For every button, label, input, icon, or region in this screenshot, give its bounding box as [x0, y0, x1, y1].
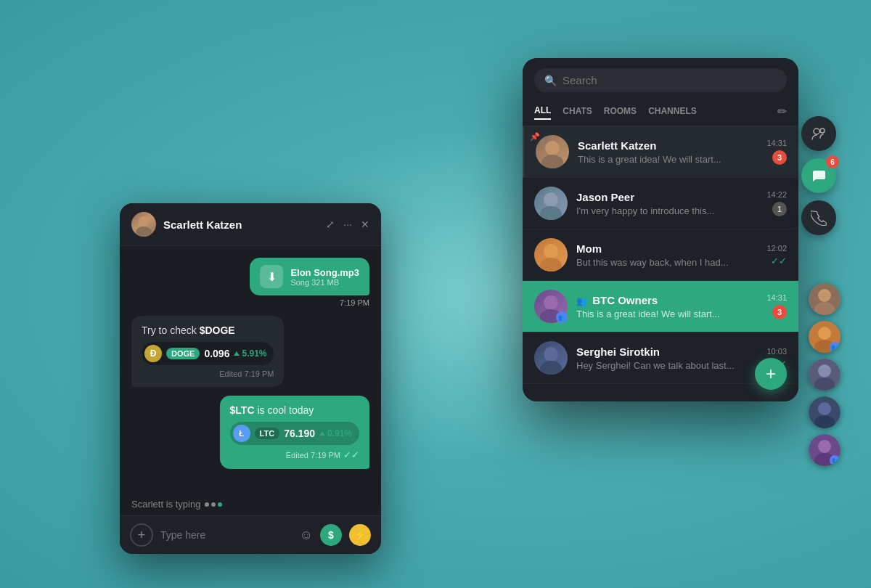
chat-sidebar-icon[interactable]: 6 [801, 158, 836, 193]
file-bubble: ⬇ Elon Song.mp3 Song 321 MB [250, 258, 369, 295]
search-input[interactable] [563, 74, 777, 86]
new-chat-button[interactable]: + [755, 358, 787, 390]
doge-badge: Ð DOGE 0.096 5.91% [142, 342, 274, 365]
svg-point-12 [814, 128, 819, 134]
doge-change: 5.91% [234, 348, 266, 359]
scarlett-avatar [536, 135, 569, 168]
flash-button[interactable]: ⚡ [349, 524, 371, 546]
chat-header-actions: ⤢ ··· ✕ [326, 219, 369, 230]
doge-up-arrow [234, 351, 240, 356]
svg-point-11 [540, 361, 562, 375]
group-badge-2: 👥 [830, 455, 840, 465]
btc-info: 👥 BTC Owners This is a great idea! We wi… [576, 294, 758, 319]
chat-badge: 6 [826, 155, 839, 168]
mom-avatar-img [534, 238, 568, 271]
tab-rooms[interactable]: ROOMS [604, 103, 637, 119]
svg-point-13 [820, 128, 825, 133]
tab-all[interactable]: ALL [534, 102, 551, 120]
ltc-up-arrow [319, 431, 325, 436]
online-avatars: 👥 👥 [809, 283, 841, 466]
dot-1 [205, 502, 209, 507]
contacts-sidebar-icon[interactable] [801, 116, 836, 151]
svg-point-27 [818, 440, 831, 453]
online-avatar-1[interactable] [809, 283, 841, 315]
typing-text: Scarlett is typing [131, 499, 200, 510]
read-checkmark: ✓✓ [343, 449, 359, 460]
contact-item-btc[interactable]: 👥 👥 BTC Owners This is a great idea! We … [523, 281, 798, 332]
chat-messages: ⬇ Elon Song.mp3 Song 321 MB 7:19 PM Try … [120, 246, 381, 493]
online-avatar-2[interactable]: 👥 [809, 321, 841, 353]
edit-icon[interactable]: ✏ [777, 105, 787, 118]
group-indicator: 👥 [556, 311, 568, 323]
doge-text: Try to check $DOGE [142, 324, 274, 336]
contacts-list: 📌 Scarlett Katzen This is a great idea! … [523, 126, 798, 401]
right-sidebar: 6 [801, 116, 836, 235]
btc-meta: 14:31 3 [766, 293, 787, 319]
jason-info: Jason Peer I'm very happy to introduce t… [576, 191, 758, 216]
tab-chats[interactable]: CHATS [563, 103, 592, 119]
mom-info: Mom But this was way back, when I had... [576, 242, 758, 268]
serghei-info: Serghei Sirotkin Hey Serghei! Can we tal… [576, 346, 758, 371]
scarlett-info: Scarlett Katzen This is a great idea! We… [578, 139, 758, 165]
ltc-edit-time: Edited 7:19 PM ✓✓ [230, 449, 359, 460]
group-icon-label: 👥 [576, 296, 587, 306]
close-icon[interactable]: ✕ [361, 219, 369, 230]
ltc-price: 76.190 [284, 428, 315, 439]
jason-meta: 14:22 1 [766, 190, 787, 216]
search-bar[interactable]: 🔍 [534, 68, 787, 92]
file-size: Song 321 MB [290, 278, 359, 287]
svg-point-24 [818, 402, 831, 415]
svg-point-18 [818, 327, 831, 340]
svg-point-10 [544, 347, 558, 362]
svg-point-8 [544, 295, 558, 310]
svg-point-15 [818, 289, 831, 302]
more-icon[interactable]: ··· [343, 219, 352, 230]
chat-avatar [131, 212, 156, 237]
contact-item-mom[interactable]: Mom But this was way back, when I had...… [523, 229, 798, 281]
mom-preview: But this was way back, when I had... [576, 257, 758, 268]
ltc-label: LTC [255, 428, 280, 439]
mom-name: Mom [576, 242, 758, 255]
mom-time: 12:02 [766, 244, 787, 253]
online-avatar-4[interactable] [809, 396, 841, 428]
avatar-image [131, 212, 156, 237]
expand-icon[interactable]: ⤢ [326, 219, 335, 230]
mom-meta: 12:02 ✓✓ [766, 244, 787, 266]
chat-window: Scarlett Katzen ⤢ ··· ✕ ⬇ Elon Song.mp3 … [120, 203, 381, 554]
online-avatar-3[interactable] [809, 359, 841, 391]
btc-preview: This is a great idea! We will start... [576, 309, 758, 319]
svg-point-5 [540, 206, 562, 220]
tab-channels[interactable]: CHANNELS [648, 103, 697, 119]
serghei-avatar-img [534, 341, 568, 375]
doge-message: Try to check $DOGE Ð DOGE 0.096 5.91% Ed… [131, 316, 284, 387]
svg-point-7 [540, 258, 562, 271]
phone-sidebar-icon[interactable] [801, 200, 836, 235]
typing-indicator: Scarlett is typing [120, 493, 381, 515]
fab-container: + [523, 384, 798, 401]
crypto-button[interactable]: $ [320, 524, 342, 546]
btc-name: 👥 BTC Owners [576, 294, 758, 306]
ltc-coin-icon: Ł [233, 425, 250, 442]
scarlett-badge: 3 [772, 150, 787, 165]
scarlett-time: 14:31 [766, 139, 787, 147]
svg-point-2 [545, 141, 560, 155]
btc-badge: 3 [772, 305, 787, 319]
typing-dots [205, 502, 222, 507]
emoji-button[interactable]: ☺ [300, 528, 313, 543]
message-input[interactable] [160, 529, 293, 541]
mom-avatar [534, 238, 568, 271]
file-info: Elon Song.mp3 Song 321 MB [290, 267, 359, 287]
online-avatar-5[interactable]: 👥 [809, 434, 841, 466]
add-attachment-button[interactable]: + [130, 523, 153, 547]
jason-time: 14:22 [766, 190, 787, 199]
doge-coin-icon: Ð [144, 345, 162, 362]
contacts-tabs: ALL CHATS ROOMS CHANNELS ✏ [523, 99, 798, 126]
contact-item-jason[interactable]: Jason Peer I'm very happy to introduce t… [523, 178, 798, 229]
ltc-text: $LTC is cool today [230, 404, 359, 416]
contact-item-scarlett[interactable]: 📌 Scarlett Katzen This is a great idea! … [523, 126, 798, 178]
doge-label: DOGE [166, 348, 200, 359]
btc-avatar: 👥 [534, 290, 568, 323]
svg-point-1 [136, 226, 152, 237]
group-badge: 👥 [830, 342, 840, 352]
svg-point-4 [544, 192, 558, 207]
